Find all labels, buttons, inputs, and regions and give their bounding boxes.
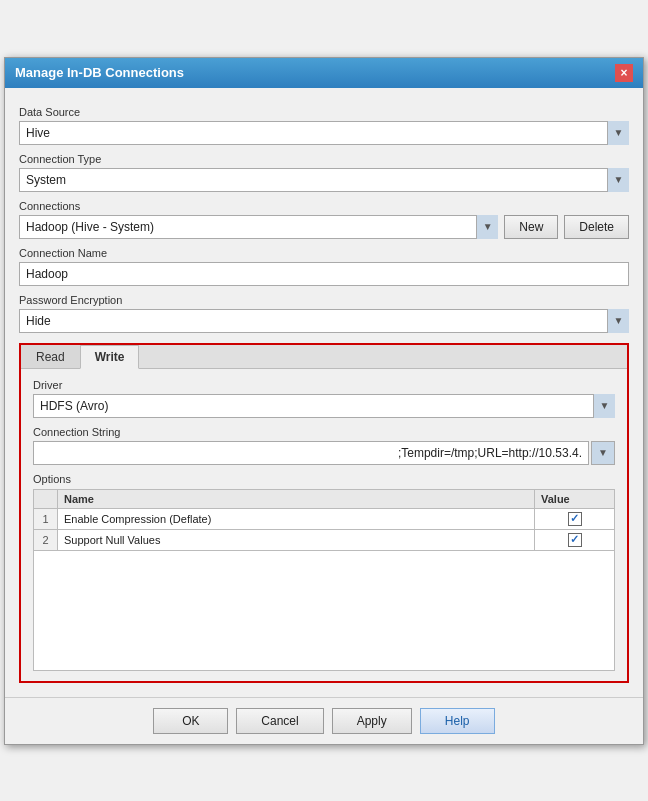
row-2-num: 2 [34, 529, 58, 550]
options-empty-area [33, 551, 615, 671]
connection-string-input[interactable] [33, 441, 589, 465]
connections-select[interactable]: Hadoop (Hive - System) [19, 215, 498, 239]
col-value-header: Value [535, 489, 615, 508]
row-2-checkbox[interactable] [568, 533, 582, 547]
close-button[interactable]: × [615, 64, 633, 82]
connection-type-wrapper: System ▼ [19, 168, 629, 192]
row-1-num: 1 [34, 508, 58, 529]
driver-label: Driver [33, 379, 615, 391]
col-name-header: Name [58, 489, 535, 508]
help-button[interactable]: Help [420, 708, 495, 734]
delete-button[interactable]: Delete [564, 215, 629, 239]
dialog-footer: OK Cancel Apply Help [5, 697, 643, 744]
connection-type-label: Connection Type [19, 153, 629, 165]
connection-string-label: Connection String [33, 426, 615, 438]
col-num-header [34, 489, 58, 508]
dialog-body: Data Source Hive ▼ Connection Type Syste… [5, 88, 643, 693]
tab-write[interactable]: Write [80, 345, 140, 369]
manage-indb-connections-dialog: Manage In-DB Connections × Data Source H… [4, 57, 644, 745]
connection-name-label: Connection Name [19, 247, 629, 259]
connection-string-expand-icon[interactable]: ▼ [591, 441, 615, 465]
row-1-name: Enable Compression (Deflate) [58, 508, 535, 529]
driver-select[interactable]: HDFS (Avro) [33, 394, 615, 418]
password-encryption-select[interactable]: Hide [19, 309, 629, 333]
tab-section: Read Write Driver HDFS (Avro) ▼ Conne [19, 343, 629, 683]
password-encryption-label: Password Encryption [19, 294, 629, 306]
ok-button[interactable]: OK [153, 708, 228, 734]
data-source-label: Data Source [19, 106, 629, 118]
password-encryption-wrapper: Hide ▼ [19, 309, 629, 333]
row-1-checkbox[interactable] [568, 512, 582, 526]
options-label: Options [33, 473, 615, 485]
data-source-wrapper: Hive ▼ [19, 121, 629, 145]
driver-select-wrapper: HDFS (Avro) ▼ [33, 394, 615, 418]
options-section: Options Name Value 1 Ena [33, 473, 615, 671]
driver-row: Driver HDFS (Avro) ▼ [33, 379, 615, 418]
connection-type-select[interactable]: System [19, 168, 629, 192]
table-row: 1 Enable Compression (Deflate) [34, 508, 615, 529]
connection-string-row: ▼ [33, 441, 615, 465]
data-source-select[interactable]: Hive [19, 121, 629, 145]
options-table: Name Value 1 Enable Compression (Deflate… [33, 489, 615, 551]
title-bar: Manage In-DB Connections × [5, 58, 643, 88]
row-2-name: Support Null Values [58, 529, 535, 550]
tabs: Read Write [21, 345, 627, 369]
new-button[interactable]: New [504, 215, 558, 239]
apply-button[interactable]: Apply [332, 708, 412, 734]
connections-row: Hadoop (Hive - System) ▼ New Delete [19, 215, 629, 239]
write-tab-content: Driver HDFS (Avro) ▼ Connection String ▼ [21, 369, 627, 681]
connections-label: Connections [19, 200, 629, 212]
tab-read[interactable]: Read [21, 345, 80, 368]
row-2-value [535, 529, 615, 550]
row-1-value [535, 508, 615, 529]
cancel-button[interactable]: Cancel [236, 708, 323, 734]
connection-string-section: Connection String ▼ [33, 426, 615, 465]
table-row: 2 Support Null Values [34, 529, 615, 550]
connection-name-input[interactable] [19, 262, 629, 286]
connections-select-wrapper: Hadoop (Hive - System) ▼ [19, 215, 498, 239]
dialog-title: Manage In-DB Connections [15, 65, 184, 80]
